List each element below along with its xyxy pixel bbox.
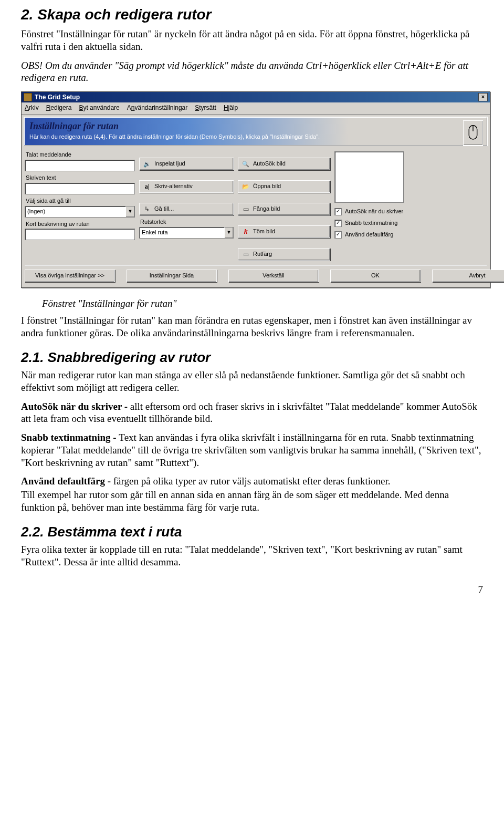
chk-defaultfarg[interactable]: ✓ Använd defaultfärg: [334, 231, 393, 239]
figure-caption: Fönstret "Inställningar för rutan": [42, 297, 483, 310]
checkbox-icon: ✓: [334, 231, 342, 239]
btn-sida-label: Inställningar Sida: [150, 272, 194, 280]
menu-byt-anvandare[interactable]: Byt användare: [79, 104, 119, 112]
input-kort[interactable]: [25, 229, 135, 240]
clear-icon: [242, 228, 250, 236]
label-talat: Talat meddelande: [26, 151, 135, 159]
checkbox-icon: ✓: [334, 208, 342, 215]
select-valjsida[interactable]: (ingen) ▼: [25, 206, 135, 218]
column-2: Inspelat ljud Skriv-alternativ Gå till..…: [139, 148, 234, 261]
column-3: AutoSök bild Öppna bild Fånga bild Töm b…: [238, 148, 330, 261]
column-4: ✓ AutoSök när du skriver ✓ Snabb textinm…: [334, 148, 487, 261]
menu-hjalp[interactable]: Hjälp: [224, 104, 238, 112]
heading-2-1: 2.1. Snabbredigering av rutor: [21, 349, 483, 366]
p21d-lead: Använd defaultfärg -: [21, 475, 113, 487]
banner: Inställningar för rutan Här kan du redig…: [24, 117, 488, 146]
text-icon: [143, 182, 151, 191]
paragraph-after-window: I fönstret "Inställningar för rutan" kan…: [21, 314, 483, 339]
btn-ga-till[interactable]: Gå till...: [139, 203, 234, 215]
btn-visa-ovriga[interactable]: Visa övriga inställningar >>: [25, 270, 115, 282]
window-title: The Grid Setup: [35, 94, 478, 101]
label-rutstorlek: Rutstorlek: [140, 219, 234, 226]
menubar: Arkiv Redigera Byt användare Användarins…: [22, 102, 490, 115]
dropdown-icon: ▼: [125, 206, 134, 217]
input-talat[interactable]: [25, 160, 135, 171]
capture-icon: [242, 205, 250, 213]
dialog-window: The Grid Setup × Arkiv Redigera Byt anvä…: [21, 91, 490, 288]
btn-verkstall-label: Verkställ: [262, 272, 285, 280]
chk-autosok[interactable]: ✓ AutoSök när du skriver: [334, 208, 403, 215]
close-button[interactable]: ×: [478, 93, 488, 101]
btn-avbryt[interactable]: Avbryt: [432, 270, 504, 282]
chk-snabb[interactable]: ✓ Snabb textinmatning: [334, 220, 397, 227]
titlebar: The Grid Setup ×: [22, 92, 490, 102]
btn-ok[interactable]: OK: [330, 270, 421, 282]
btn-oppna-bild[interactable]: Öppna bild: [238, 180, 330, 193]
search-icon: [242, 160, 250, 168]
column-1: Talat meddelande Skriven text Välj sida …: [25, 148, 135, 261]
btn-fanga-bild[interactable]: Fånga bild: [238, 203, 330, 215]
btn-inspelat-ljud[interactable]: Inspelat ljud: [139, 158, 234, 170]
btn-gatill-label: Gå till...: [154, 205, 174, 213]
menu-styrsatt[interactable]: Styrsätt: [195, 104, 216, 112]
btn-rutfarg[interactable]: Rutfärg: [238, 248, 330, 261]
p21c-lead: Snabb textinmatning -: [21, 432, 119, 443]
p21d: Använd defaultfärg - färgen på olika typ…: [21, 475, 483, 488]
btn-rutfarg-label: Rutfärg: [253, 251, 272, 258]
btn-installningar-sida[interactable]: Inställningar Sida: [127, 270, 217, 282]
btn-skrivalt-label: Skriv-alternativ: [154, 183, 193, 190]
btn-tom-bild[interactable]: Töm bild: [238, 225, 330, 238]
select-valjsida-value: (ingen): [27, 208, 125, 215]
speaker-icon: [143, 160, 151, 168]
btn-avbryt-label: Avbryt: [469, 272, 486, 280]
color-icon: [242, 250, 250, 259]
p22: Fyra olika texter är kopplade till en ru…: [21, 543, 483, 568]
input-skriven[interactable]: [25, 183, 135, 194]
btn-inspelat-label: Inspelat ljud: [154, 160, 185, 168]
select-rutstorlek-value: Enkel ruta: [142, 229, 224, 236]
btn-skriv-alternativ[interactable]: Skriv-alternativ: [139, 180, 234, 193]
label-skriven: Skriven text: [26, 174, 135, 182]
chk-snabb-label: Snabb textinmatning: [345, 220, 397, 227]
banner-sub: Här kan du redigera ruta (4,4). För att …: [29, 133, 482, 141]
btn-autosok-bild[interactable]: AutoSök bild: [238, 158, 330, 170]
obs-paragraph: OBS! Om du använder "Säg prompt vid höge…: [21, 59, 483, 85]
label-valjsida: Välj sida att gå till: [26, 198, 135, 205]
intro-paragraph: Fönstret "Inställningar för rutan" är ny…: [21, 28, 483, 53]
label-kort: Kort beskrivning av rutan: [26, 221, 135, 228]
btn-oppnabild-label: Öppna bild: [253, 183, 281, 190]
goto-icon: [143, 205, 151, 213]
folder-open-icon: [242, 182, 250, 191]
chk-defaultfarg-label: Använd defaultfärg: [345, 231, 393, 239]
p21b-lead: AutoSök när du skriver -: [21, 401, 130, 412]
checkbox-icon: ✓: [334, 220, 342, 227]
btn-visa-label: Visa övriga inställningar >>: [35, 272, 104, 280]
dropdown-icon: ▼: [224, 228, 233, 238]
chk-autosok-label: AutoSök när du skriver: [345, 208, 403, 215]
btn-verkstall[interactable]: Verkställ: [228, 270, 319, 282]
mouse-icon: [463, 120, 483, 146]
page-number: 7: [21, 583, 483, 596]
heading-2-2: 2.2. Bestämma text i ruta: [21, 523, 483, 541]
p21c: Snabb textinmatning - Text kan användas …: [21, 431, 483, 469]
p21b: AutoSök när du skriver - allt eftersom o…: [21, 400, 483, 426]
menu-arkiv[interactable]: Arkiv: [25, 104, 39, 112]
banner-title: Inställningar för rutan: [29, 120, 482, 132]
app-icon: [24, 93, 32, 101]
btn-tombild-label: Töm bild: [253, 228, 275, 235]
footer-buttons: Visa övriga inställningar >> Inställning…: [22, 265, 490, 287]
p21a: När man redigerar rutor kan man stänga a…: [21, 369, 483, 394]
btn-autosokbild-label: AutoSök bild: [253, 160, 286, 168]
btn-ok-label: OK: [371, 272, 380, 280]
p21d-rest: färgen på olika typer av rutor väljs aut…: [113, 475, 391, 487]
dialog-body: Talat meddelande Skriven text Välj sida …: [22, 148, 490, 263]
heading-main: 2. Skapa och redigera rutor: [21, 5, 483, 24]
btn-fangabild-label: Fånga bild: [253, 205, 280, 213]
select-rutstorlek[interactable]: Enkel ruta ▼: [139, 227, 234, 239]
menu-redigera[interactable]: Redigera: [46, 104, 72, 112]
image-preview: [334, 151, 404, 203]
p21e: Till exempel har rutor som går till en a…: [21, 489, 483, 514]
menu-anvandarinstallningar[interactable]: Användarinställningar: [127, 104, 187, 112]
